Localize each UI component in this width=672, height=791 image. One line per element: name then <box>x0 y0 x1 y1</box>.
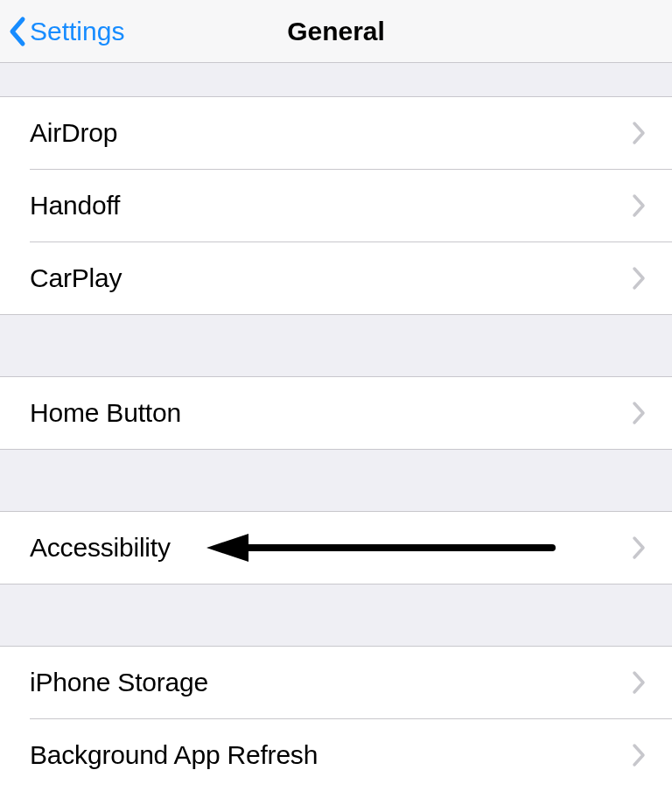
chevron-right-icon <box>632 536 646 560</box>
row-label: Accessibility <box>30 533 632 563</box>
settings-group-4: iPhone Storage Background App Refresh <box>0 646 672 791</box>
chevron-right-icon <box>632 401 646 425</box>
row-label: Handoff <box>30 191 632 220</box>
row-home-button[interactable]: Home Button <box>0 377 672 449</box>
chevron-right-icon <box>632 121 646 145</box>
settings-group-2: Home Button <box>0 376 672 450</box>
settings-group-3: Accessibility <box>0 511 672 584</box>
back-button[interactable]: Settings <box>7 16 124 47</box>
row-iphone-storage[interactable]: iPhone Storage <box>0 647 672 718</box>
section-gap <box>0 315 672 376</box>
chevron-right-icon <box>632 670 646 695</box>
row-carplay[interactable]: CarPlay <box>0 242 672 314</box>
page-title: General <box>287 17 385 46</box>
row-label: AirDrop <box>30 118 632 148</box>
section-gap <box>0 450 672 511</box>
chevron-right-icon <box>632 193 646 218</box>
row-label: iPhone Storage <box>30 668 632 697</box>
settings-group-1: AirDrop Handoff CarPlay <box>0 96 672 315</box>
row-label: CarPlay <box>30 263 632 293</box>
row-accessibility[interactable]: Accessibility <box>0 512 672 584</box>
chevron-right-icon <box>632 743 646 767</box>
chevron-left-icon <box>7 16 28 47</box>
section-gap <box>0 584 672 646</box>
row-background-app-refresh[interactable]: Background App Refresh <box>0 719 672 791</box>
row-handoff[interactable]: Handoff <box>0 170 672 242</box>
chevron-right-icon <box>632 266 646 290</box>
row-label: Background App Refresh <box>30 740 632 770</box>
row-label: Home Button <box>30 398 632 428</box>
section-gap <box>0 63 672 96</box>
row-airdrop[interactable]: AirDrop <box>0 97 672 169</box>
navbar: Settings General <box>0 0 672 63</box>
back-label: Settings <box>30 17 124 46</box>
